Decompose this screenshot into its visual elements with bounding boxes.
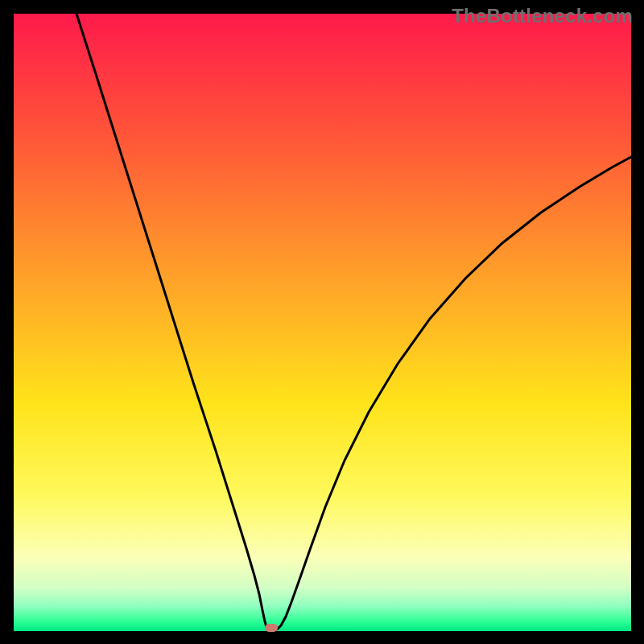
- watermark-text: TheBottleneck.com: [452, 5, 633, 27]
- optimal-point-marker: [265, 624, 278, 632]
- bottleneck-chart: [0, 0, 644, 644]
